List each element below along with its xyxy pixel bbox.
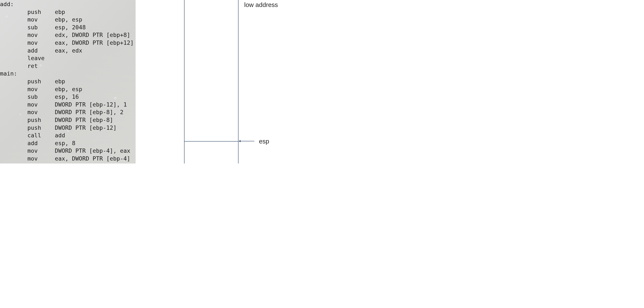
code-line: mov ebp, esp	[0, 16, 136, 24]
assembly-code-panel: add: push ebp mov ebp, esp sub esp, 2048…	[0, 0, 136, 163]
label-esp: esp	[259, 138, 269, 145]
code-line: ret	[0, 62, 136, 70]
code-line: add:	[0, 1, 136, 8]
code-line: mov ebp, esp	[0, 85, 136, 93]
code-line: add eax, edx	[0, 47, 136, 55]
code-line: main:	[0, 70, 136, 78]
code-line: call add	[0, 132, 136, 139]
code-line: mov DWORD PTR [ebp-4], eax	[0, 147, 136, 155]
code-line: mov eax, DWORD PTR [ebp+12]	[0, 39, 136, 47]
code-line: add esp, 8	[0, 139, 136, 147]
code-line: push DWORD PTR [ebp-12]	[0, 124, 136, 132]
stack-diagram: low address esp	[184, 0, 238, 163]
code-line: mov DWORD PTR [ebp-12], 1	[0, 101, 136, 109]
code-line: leave	[0, 55, 136, 62]
svg-marker-1	[238, 140, 240, 142]
esp-arrow	[238, 141, 254, 141]
code-line: mov DWORD PTR [ebp-8], 2	[0, 108, 136, 116]
stack-column	[184, 0, 238, 163]
stack-divider	[184, 141, 238, 142]
code-line: sub esp, 2048	[0, 24, 136, 32]
code-line: mov edx, DWORD PTR [ebp+8]	[0, 31, 136, 39]
code-line: mov eax, DWORD PTR [ebp-4]	[0, 155, 136, 163]
code-line: leave	[0, 162, 136, 163]
code-line: sub esp, 16	[0, 93, 136, 101]
code-line: push ebp	[0, 78, 136, 85]
code-line: push ebp	[0, 8, 136, 16]
code-line: push DWORD PTR [ebp-8]	[0, 116, 136, 124]
label-low-address: low address	[244, 1, 278, 9]
